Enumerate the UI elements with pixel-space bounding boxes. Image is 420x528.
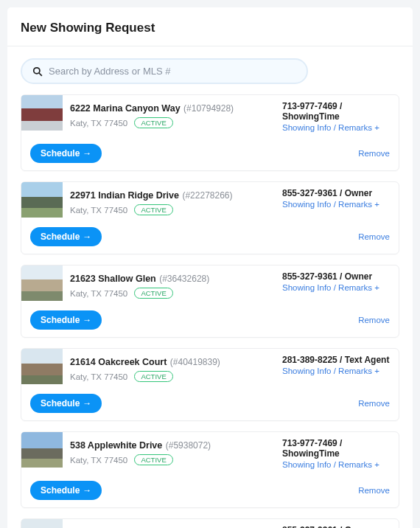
- status-badge: ACTIVE: [134, 117, 172, 128]
- listing-address: 538 Applewhite Drive: [70, 440, 162, 451]
- listing-city: Katy, TX 77450: [70, 206, 127, 215]
- showing-request-panel: New Showing Request 6222 Marina Canyon W…: [7, 7, 413, 528]
- listing-card: 538 Applewhite Drive (#5938072) Katy, TX…: [21, 431, 399, 508]
- listing-phone: 855-327-9361 / Owner: [282, 271, 391, 282]
- listing-phone: 281-389-8225 / Text Agent: [282, 355, 391, 365]
- listing-thumbnail: [21, 432, 63, 468]
- listing-phone: 855-327-9361 / Owner: [282, 188, 391, 198]
- listing-thumbnail: [21, 95, 63, 131]
- listing-card: 21623 Shallow Glen (#36432628) Katy, TX …: [21, 265, 399, 338]
- arrow-right-icon: →: [83, 232, 91, 242]
- listing-actions: Schedule→ Remove: [21, 221, 399, 254]
- schedule-button[interactable]: Schedule→: [30, 144, 102, 163]
- showing-info-link[interactable]: Showing Info / Remarks +: [282, 200, 391, 209]
- listing-mls: (#10794928): [183, 103, 234, 114]
- showing-info-link[interactable]: Showing Info / Remarks +: [282, 460, 391, 469]
- schedule-button[interactable]: Schedule→: [30, 227, 102, 246]
- arrow-right-icon: →: [83, 148, 91, 159]
- listing-card: 22971 Indian Ridge Drive (#22278266) Kat…: [21, 181, 399, 254]
- listing-thumbnail: [21, 265, 63, 301]
- listing-subline: Katy, TX 77450 ACTIVE: [70, 371, 267, 382]
- panel-header: New Showing Request: [7, 7, 413, 46]
- listing-contact: 713-977-7469 / ShowingTime Showing Info …: [275, 432, 399, 475]
- remove-link[interactable]: Remove: [358, 486, 390, 495]
- listing-address: 21623 Shallow Glen: [70, 274, 156, 284]
- listing-phone: 855-327-9361 / Owner: [282, 525, 391, 528]
- svg-point-0: [34, 67, 40, 73]
- listing-main: 538 Applewhite Drive (#5938072) Katy, TX…: [63, 432, 275, 475]
- listing-phone: 713-977-7469 / ShowingTime: [282, 438, 391, 459]
- listing-mls: (#36432628): [159, 274, 209, 284]
- search-icon: [32, 66, 43, 77]
- status-badge: ACTIVE: [134, 371, 172, 382]
- status-badge: ACTIVE: [134, 288, 172, 299]
- listing-thumbnail: [21, 349, 63, 384]
- listing-subline: Katy, TX 77450 ACTIVE: [70, 117, 267, 128]
- listing-main: 21623 Shallow Glen (#36432628) Katy, TX …: [63, 265, 275, 305]
- listing-row: 538 Applewhite Drive (#5938072) Katy, TX…: [21, 432, 399, 475]
- listing-actions: Schedule→ Remove: [21, 305, 399, 337]
- listing-contact: 855-327-9361 / Owner Showing Info / Rema…: [275, 182, 399, 221]
- arrow-right-icon: →: [83, 485, 91, 496]
- listing-contact: 281-389-8225 / Text Agent Showing Info /…: [275, 349, 399, 388]
- listing-subline: Katy, TX 77450 ACTIVE: [70, 288, 267, 299]
- remove-link[interactable]: Remove: [358, 316, 390, 324]
- panel-body: 6222 Marina Canyon Way (#10794928) Katy,…: [7, 46, 413, 528]
- listing-main: 6222 Marina Canyon Way (#10794928) Katy,…: [63, 95, 275, 138]
- listing-actions: Schedule→ Remove: [21, 388, 399, 420]
- page-title: New Showing Request: [21, 21, 399, 35]
- listing-contact: 713-977-7469 / ShowingTime Showing Info …: [275, 95, 399, 138]
- svg-line-1: [39, 72, 42, 75]
- listing-card: 21331 Park Tree Lane (#70372566) Katy, T…: [21, 518, 399, 528]
- showing-info-link[interactable]: Showing Info / Remarks +: [282, 123, 391, 132]
- listing-city: Katy, TX 77450: [70, 456, 127, 465]
- listing-row: 21331 Park Tree Lane (#70372566) Katy, T…: [21, 519, 399, 528]
- listing-mls: (#5938072): [166, 440, 211, 451]
- listing-actions: Schedule→ Remove: [21, 475, 399, 507]
- listing-city: Katy, TX 77450: [70, 372, 127, 381]
- listing-mls: (#22278266): [182, 190, 232, 201]
- arrow-right-icon: →: [83, 398, 91, 409]
- listing-contact: 855-327-9361 / Owner Showing Info / Rema…: [275, 265, 399, 305]
- listing-thumbnail: [21, 519, 63, 528]
- listing-main: 21614 Oakcreek Court (#40419839) Katy, T…: [63, 349, 275, 388]
- listing-mls: (#40419839): [170, 357, 220, 367]
- schedule-button[interactable]: Schedule→: [30, 481, 102, 500]
- status-badge: ACTIVE: [134, 204, 172, 215]
- listing-actions: Schedule→ Remove: [21, 138, 399, 170]
- listing-city: Katy, TX 77450: [70, 289, 127, 298]
- listing-subline: Katy, TX 77450 ACTIVE: [70, 454, 267, 465]
- search-field[interactable]: [21, 58, 308, 84]
- listing-row: 6222 Marina Canyon Way (#10794928) Katy,…: [21, 95, 399, 138]
- remove-link[interactable]: Remove: [358, 149, 390, 158]
- status-badge: ACTIVE: [134, 454, 172, 465]
- listing-row: 22971 Indian Ridge Drive (#22278266) Kat…: [21, 182, 399, 221]
- listing-card: 6222 Marina Canyon Way (#10794928) Katy,…: [21, 94, 399, 171]
- remove-link[interactable]: Remove: [358, 399, 390, 408]
- listing-address: 21614 Oakcreek Court: [70, 357, 167, 367]
- showing-info-link[interactable]: Showing Info / Remarks +: [282, 283, 391, 292]
- listing-phone: 713-977-7469 / ShowingTime: [282, 101, 391, 122]
- search-input[interactable]: [49, 66, 296, 77]
- listing-main: 22971 Indian Ridge Drive (#22278266) Kat…: [63, 182, 275, 221]
- arrow-right-icon: →: [83, 315, 91, 325]
- remove-link[interactable]: Remove: [358, 232, 390, 241]
- listing-subline: Katy, TX 77450 ACTIVE: [70, 204, 267, 215]
- schedule-button[interactable]: Schedule→: [30, 310, 102, 330]
- schedule-button[interactable]: Schedule→: [30, 394, 102, 413]
- listing-address: 22971 Indian Ridge Drive: [70, 190, 179, 201]
- listing-main: 21331 Park Tree Lane (#70372566) Katy, T…: [63, 519, 275, 528]
- listing-contact: 855-327-9361 / Owner Showing Info / Rema…: [275, 519, 399, 528]
- listing-row: 21623 Shallow Glen (#36432628) Katy, TX …: [21, 265, 399, 305]
- listing-card: 21614 Oakcreek Court (#40419839) Katy, T…: [21, 348, 399, 421]
- listing-city: Katy, TX 77450: [70, 119, 127, 128]
- listing-thumbnail: [21, 182, 63, 218]
- listing-address: 6222 Marina Canyon Way: [70, 103, 181, 114]
- showing-info-link[interactable]: Showing Info / Remarks +: [282, 367, 391, 375]
- listing-row: 21614 Oakcreek Court (#40419839) Katy, T…: [21, 349, 399, 388]
